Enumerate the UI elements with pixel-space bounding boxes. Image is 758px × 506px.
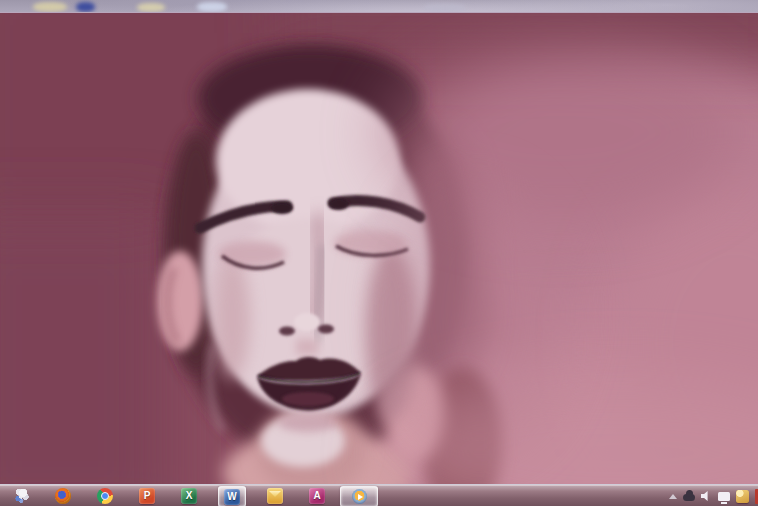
network-icon bbox=[718, 492, 730, 501]
desktop-icon-partial bbox=[424, 4, 466, 12]
desktop-icon-partial bbox=[197, 2, 227, 12]
desktop: PXWA bbox=[0, 0, 758, 506]
tray-button-tray-app[interactable] bbox=[736, 490, 749, 503]
system-tray bbox=[669, 485, 758, 506]
tray-app-yellow-icon bbox=[736, 490, 749, 503]
video-frame-woman-face-paint bbox=[0, 13, 758, 485]
taskbar-button-outlook[interactable] bbox=[254, 485, 296, 506]
desktop-icon-partial bbox=[33, 2, 67, 12]
start-flower-icon bbox=[13, 488, 29, 504]
chrome-icon bbox=[97, 488, 113, 504]
tray-button-hidden-icons[interactable] bbox=[669, 494, 677, 499]
firefox-icon bbox=[55, 488, 71, 504]
taskbar-button-word[interactable]: W bbox=[218, 486, 246, 506]
powerpoint-icon: P bbox=[139, 488, 155, 504]
volume-icon bbox=[701, 491, 712, 502]
word-icon: W bbox=[224, 489, 240, 505]
excel-letter: X bbox=[186, 491, 193, 501]
outlook-icon bbox=[267, 488, 283, 504]
taskbar-button-media-player[interactable] bbox=[340, 486, 378, 506]
tray-button-network[interactable] bbox=[718, 492, 730, 501]
taskbar-button-chrome[interactable] bbox=[84, 485, 126, 506]
tray-button-volume[interactable] bbox=[701, 491, 712, 502]
taskbar-pinned-apps: PXWA bbox=[0, 485, 380, 506]
taskbar: PXWA bbox=[0, 484, 758, 506]
access-icon: A bbox=[309, 488, 325, 504]
word-letter: W bbox=[227, 492, 236, 502]
show-hidden-icons-chevron bbox=[669, 494, 677, 499]
powerpoint-letter: P bbox=[144, 491, 151, 501]
excel-icon: X bbox=[181, 488, 197, 504]
taskbar-button-access[interactable]: A bbox=[296, 485, 338, 506]
access-letter: A bbox=[313, 491, 320, 501]
desktop-icon-partial bbox=[76, 2, 95, 12]
taskbar-button-firefox[interactable] bbox=[42, 485, 84, 506]
video-player-window[interactable] bbox=[0, 12, 758, 485]
left-ear bbox=[157, 251, 203, 351]
tray-dark-cloud-icon bbox=[683, 494, 695, 501]
tray-button-cloud[interactable] bbox=[683, 492, 695, 501]
taskbar-button-powerpoint[interactable]: P bbox=[126, 485, 168, 506]
desktop-icon-partial bbox=[137, 3, 165, 12]
taskbar-button-excel[interactable]: X bbox=[168, 485, 210, 506]
media-player-icon bbox=[352, 489, 367, 504]
taskbar-button-start-flower[interactable] bbox=[0, 485, 42, 506]
